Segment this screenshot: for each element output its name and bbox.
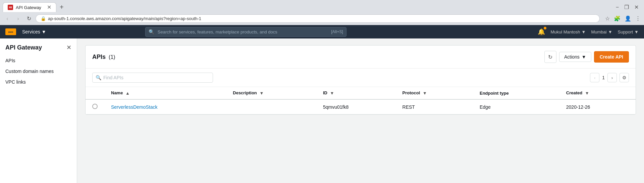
services-label: Services <box>22 29 40 34</box>
panel-header: APIs (1) ↻ Actions ▼ Create API <box>86 45 636 69</box>
col-select <box>86 87 104 99</box>
support-menu-button[interactable]: Support ▼ <box>618 29 639 34</box>
notification-badge <box>544 27 546 29</box>
row-created-cell: 2020-12-26 <box>559 99 636 114</box>
tab-favicon: HI <box>8 5 13 10</box>
description-sort-icon: ▼ <box>259 91 264 96</box>
search-row: 🔍 ‹ 1 › ⚙ <box>86 69 636 87</box>
bell-icon: 🔔 <box>538 28 545 35</box>
window-controls: − ❐ ✕ <box>616 4 641 10</box>
forward-button[interactable]: › <box>14 16 22 22</box>
services-arrow-icon: ▼ <box>42 29 46 34</box>
aws-logo-box: aws <box>5 28 16 35</box>
browser-chrome: HI API Gateway ✕ + − ❐ ✕ ‹ › ↻ 🔒 ap-sout… <box>0 0 644 25</box>
panel-title: APIs (1) <box>92 54 115 61</box>
sidebar-nav: APIs Custom domain names VPC links <box>0 55 77 87</box>
sidebar-item-custom-domain-names[interactable]: Custom domain names <box>0 66 77 77</box>
new-tab-button[interactable]: + <box>57 2 66 12</box>
table-header-row: Name ▲ Description ▼ ID ▼ Protocol <box>86 87 636 99</box>
region-selector[interactable]: Mumbai ▼ <box>591 29 612 34</box>
app-layout: API Gateway ✕ APIs Custom domain names V… <box>0 38 644 183</box>
id-sort-icon: ▼ <box>330 91 334 96</box>
services-button[interactable]: Services ▼ <box>19 25 50 38</box>
aws-logo[interactable]: aws <box>5 28 16 35</box>
aws-nav: aws Services ▼ 🔍 [Alt+S] 🔔 Mukul Mantosh… <box>0 25 644 38</box>
api-name-link[interactable]: ServerlessDemoStack <box>111 104 158 110</box>
apis-table: Name ▲ Description ▼ ID ▼ Protocol <box>86 87 636 114</box>
created-sort-icon: ▼ <box>585 91 589 96</box>
sidebar-item-apis[interactable]: APIs <box>0 55 77 66</box>
row-select-cell[interactable] <box>86 99 104 114</box>
address-bar-row: ‹ › ↻ 🔒 ap-south-1.console.aws.amazon.co… <box>0 12 644 25</box>
region-dropdown-icon: ▼ <box>608 29 612 34</box>
create-api-button[interactable]: Create API <box>594 51 629 63</box>
page-number: 1 <box>602 75 605 80</box>
apis-panel: APIs (1) ↻ Actions ▼ Create API 🔍 <box>85 45 636 115</box>
row-radio-button[interactable] <box>92 104 98 109</box>
table-row: ServerlessDemoStack 5qmvu01fk8 REST Edge… <box>86 99 636 114</box>
bookmark-icon[interactable]: ☆ <box>605 15 610 22</box>
actions-button[interactable]: Actions ▼ <box>559 52 591 62</box>
user-menu-button[interactable]: Mukul Mantosh ▼ <box>550 29 586 34</box>
find-apis-input[interactable] <box>92 73 213 83</box>
refresh-button[interactable]: ↻ <box>544 51 556 63</box>
row-name-cell: ServerlessDemoStack <box>104 99 226 114</box>
row-protocol-cell: REST <box>396 99 473 114</box>
protocol-sort-icon: ▼ <box>423 91 427 96</box>
menu-icon[interactable]: ⋮ <box>635 15 641 22</box>
row-description-cell <box>226 99 316 114</box>
name-sort-icon: ▲ <box>125 91 130 96</box>
username-label: Mukul Mantosh <box>550 29 580 34</box>
sidebar-item-vpc-links[interactable]: VPC links <box>0 77 77 87</box>
extensions-icon[interactable]: 🧩 <box>614 15 621 22</box>
sidebar: API Gateway ✕ APIs Custom domain names V… <box>0 38 77 183</box>
table-settings-button[interactable]: ⚙ <box>620 73 629 82</box>
refresh-button[interactable]: ↻ <box>25 15 33 22</box>
col-created[interactable]: Created ▼ <box>559 87 636 99</box>
panel-actions: ↻ Actions ▼ Create API <box>544 51 629 63</box>
address-bar[interactable]: 🔒 ap-south-1.console.aws.amazon.com/apig… <box>36 14 600 23</box>
actions-dropdown-icon: ▼ <box>582 54 586 60</box>
support-label: Support <box>618 29 633 34</box>
search-input[interactable] <box>145 27 346 37</box>
panel-title-text: APIs <box>92 54 106 60</box>
main-content: APIs (1) ↻ Actions ▼ Create API 🔍 <box>77 38 644 183</box>
row-id-cell: 5qmvu01fk8 <box>316 99 396 114</box>
sidebar-title: API Gateway <box>5 44 42 51</box>
col-description[interactable]: Description ▼ <box>226 87 316 99</box>
search-shortcut: [Alt+S] <box>331 29 343 34</box>
search-icon: 🔍 <box>149 29 154 34</box>
col-id[interactable]: ID ▼ <box>316 87 396 99</box>
user-dropdown-icon: ▼ <box>582 29 586 34</box>
support-dropdown-icon: ▼ <box>634 29 639 34</box>
pagination: ‹ 1 › ⚙ <box>590 73 629 82</box>
actions-label: Actions <box>564 54 580 60</box>
col-name[interactable]: Name ▲ <box>104 87 226 99</box>
tab-title: API Gateway <box>16 5 41 10</box>
browser-toolbar: ☆ 🧩 👤 ⋮ <box>602 15 641 22</box>
api-count-badge: (1) <box>109 54 115 60</box>
active-tab[interactable]: HI API Gateway ✕ <box>3 2 56 12</box>
prev-page-button[interactable]: ‹ <box>590 73 599 82</box>
global-search: 🔍 [Alt+S] <box>145 27 346 37</box>
tab-bar: HI API Gateway ✕ + − ❐ ✕ <box>0 0 644 12</box>
tab-close-button[interactable]: ✕ <box>47 5 51 10</box>
col-protocol[interactable]: Protocol ▼ <box>396 87 473 99</box>
minimize-button[interactable]: − <box>616 4 619 10</box>
back-button[interactable]: ‹ <box>3 16 11 22</box>
next-page-button[interactable]: › <box>607 73 617 82</box>
row-endpoint-type-cell: Edge <box>473 99 559 114</box>
find-apis-input-wrap: 🔍 <box>92 73 213 83</box>
url-text: ap-south-1.console.aws.amazon.com/apigat… <box>48 16 201 21</box>
lock-icon: 🔒 <box>41 16 46 21</box>
profile-icon[interactable]: 👤 <box>625 15 631 22</box>
col-endpoint-type: Endpoint type <box>473 87 559 99</box>
close-window-button[interactable]: ✕ <box>634 4 639 10</box>
sidebar-header: API Gateway ✕ <box>0 44 77 55</box>
nav-right: 🔔 Mukul Mantosh ▼ Mumbai ▼ Support ▼ <box>538 28 639 35</box>
restore-button[interactable]: ❐ <box>624 4 629 10</box>
sidebar-close-button[interactable]: ✕ <box>66 44 71 51</box>
notifications-button[interactable]: 🔔 <box>538 28 545 35</box>
region-label: Mumbai <box>591 29 606 34</box>
find-search-icon: 🔍 <box>96 75 101 80</box>
